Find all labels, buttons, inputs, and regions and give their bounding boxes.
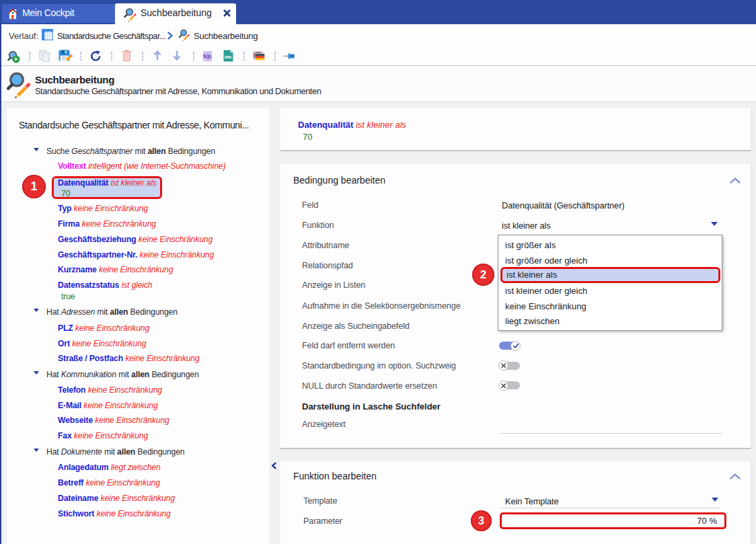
svg-text:SQL: SQL xyxy=(203,54,212,59)
svg-text:XML: XML xyxy=(224,55,233,59)
